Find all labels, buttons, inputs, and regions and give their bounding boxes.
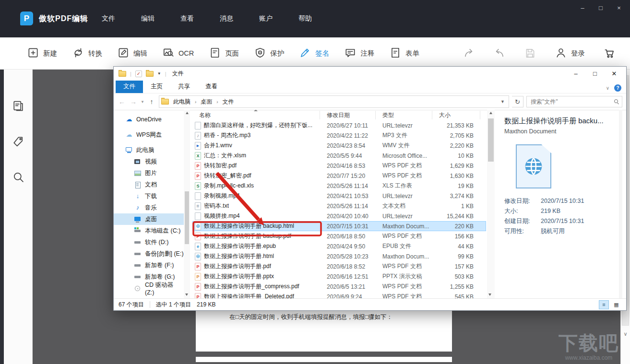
pages-button[interactable]: 页面 — [209, 47, 239, 60]
column-header-0[interactable]: 名称 — [192, 111, 320, 119]
forward-arrow-icon[interactable]: → — [129, 98, 138, 106]
form-button[interactable]: 表单 — [389, 47, 419, 60]
sidebar-item-this-pc[interactable]: 此电脑 — [114, 144, 184, 156]
up-arrow-icon[interactable]: ↑ — [147, 98, 156, 106]
sidebar-item-cd-drive[interactable]: CD 驱动器 (Z:) — [114, 282, 184, 294]
maximize-icon[interactable]: □ — [592, 70, 598, 77]
column-header-3[interactable]: 大小 — [432, 111, 480, 119]
help-icon[interactable]: ? — [614, 84, 621, 92]
sidebar-item-music[interactable]: ♪音乐 — [114, 202, 184, 213]
chevron-down-icon[interactable]: ∨ — [621, 331, 630, 337]
edit-button[interactable]: 编辑 — [117, 47, 147, 60]
redo-arrow-icon[interactable] — [463, 47, 475, 59]
scroll-down-icon[interactable] — [185, 294, 188, 296]
scroll-up-icon[interactable] — [186, 112, 189, 114]
menu-edit[interactable]: 编辑 — [141, 14, 155, 23]
file-row[interactable]: ▶ 合并1.wmv 2020/4/23 8:54 WMV 文件 2,220 KB — [192, 141, 486, 151]
scroll-down-icon[interactable] — [488, 294, 491, 296]
sidebar-item-videos[interactable]: 视频 — [114, 156, 184, 167]
login-button[interactable]: 登录 — [555, 47, 585, 60]
file-row[interactable]: P 快转加密_解密.pdf 2020/7/7 15:20 WPS PDF 文档 … — [192, 171, 486, 181]
ribbon-tab-home[interactable]: 主页 — [143, 81, 170, 93]
file-row[interactable]: ♪ 稻香 - 周杰伦.mp3 2020/4/22 11:22 MP3 文件 2,… — [192, 130, 486, 141]
file-row[interactable]: P 数据上报操作说明手册.pdf 2020/6/18 8:52 WPS PDF … — [192, 261, 486, 271]
file-row[interactable]: 视频拼接.mp4 2020/4/20 10:40 URL:televzr 15,… — [192, 211, 486, 221]
sidebar-item-drive-e[interactable]: 备份[勿删] (E:) — [114, 248, 184, 259]
preview-detail-row: 创建日期: 2020/7/15 10:31 — [504, 216, 620, 226]
file-row[interactable]: S 录制.mp4-llc-edl.xls 2020/5/26 11:14 XLS… — [192, 181, 486, 191]
breadcrumb-item[interactable]: 文件 — [219, 98, 238, 106]
ocr-button[interactable]: OCR — [162, 47, 194, 60]
menu-view[interactable]: 查看 — [180, 14, 194, 23]
undo-arrow-icon[interactable] — [493, 47, 506, 59]
maximize-icon[interactable]: □ — [597, 5, 604, 11]
column-header-1[interactable]: 修改日期 — [320, 111, 376, 119]
quick-access-caret-icon[interactable]: ▼ — [157, 71, 161, 76]
list-scrollbar[interactable] — [487, 110, 495, 299]
comment-button[interactable]: 注释 — [344, 47, 374, 60]
file-row[interactable]: 录制视频.mp4 2020/4/21 10:53 URL:televzr 3,2… — [192, 191, 486, 201]
new-button[interactable]: 新建 — [27, 47, 57, 60]
sidebar-item-drive-c[interactable]: 本地磁盘 (C:) — [114, 225, 184, 236]
menu-help[interactable]: 帮助 — [298, 14, 312, 23]
sidebar-item-drive-d[interactable]: 软件 (D:) — [114, 236, 184, 248]
sign-button[interactable]: 签名 — [299, 47, 329, 60]
thumbnails-view-icon[interactable]: ▦ — [611, 300, 621, 309]
scroll-up-icon[interactable] — [489, 112, 492, 114]
page-thumbnails-icon[interactable] — [12, 99, 25, 113]
sidebar-item-onedrive[interactable]: ☁OneDrive — [114, 114, 184, 125]
save-icon[interactable] — [524, 47, 536, 59]
ribbon-tab-view[interactable]: 查看 — [198, 81, 225, 93]
menu-account[interactable]: 账户 — [259, 14, 273, 23]
file-row[interactable]: e 数据上报操作说明手册.epub 2020/4/24 9:50 EPUB 文件… — [192, 241, 486, 251]
ribbon-collapse-icon[interactable]: ∨ — [606, 85, 609, 91]
file-row[interactable]: X 汇总：文件.xlsm 2020/5/5 9:44 Microsoft Off… — [192, 151, 486, 161]
refresh-icon[interactable]: ↻ — [512, 96, 523, 107]
explorer-titlebar[interactable]: | ✓ ▼ | 文件 – □ ✕ — [114, 67, 626, 81]
file-row[interactable]: P 数据上报操作说明手册.pptx 2020/6/16 12:51 PPTX 演… — [192, 271, 486, 282]
search-icon[interactable] — [12, 170, 25, 184]
nav-scrollbar[interactable] — [184, 110, 190, 299]
minimize-icon[interactable]: – — [572, 70, 579, 77]
file-row[interactable]: ≡ 密码本.txt 2020/5/26 11:14 文本文档 1 KB — [192, 201, 486, 211]
preview-scrollbar[interactable] — [619, 110, 622, 299]
ribbon-tab-file[interactable]: 文件 — [116, 81, 143, 93]
sidebar-item-documents[interactable]: 文档 — [114, 179, 184, 190]
protect-button[interactable]: 保护 — [254, 47, 284, 60]
column-header-2[interactable]: 类型 — [376, 111, 432, 119]
menu-file[interactable]: 文件 — [102, 14, 115, 23]
sidebar-item-wps-cloud[interactable]: ☁WPS网盘 — [114, 129, 184, 141]
convert-button[interactable]: 转换 — [72, 47, 102, 60]
file-list-header: 名称修改日期类型大小 — [192, 110, 486, 120]
breadcrumb-item[interactable]: 桌面 — [197, 98, 215, 106]
bookmarks-tag-icon[interactable] — [12, 135, 25, 148]
file-row[interactable]: ⊕ 数据上报操作说明手册.html 2020/5/28 10:23 Maxtho… — [192, 251, 486, 261]
sidebar-item-pictures[interactable]: 图片 — [114, 167, 184, 179]
new-folder-icon[interactable] — [146, 71, 154, 77]
back-arrow-icon[interactable]: ← — [118, 98, 126, 106]
properties-check-icon[interactable]: ✓ — [135, 70, 142, 77]
history-caret-icon[interactable]: ▼ — [141, 100, 144, 104]
file-row[interactable]: P 数据上报操作说明手册_Deleted.pdf 2020/6/9 9:24 W… — [192, 292, 486, 299]
file-row[interactable]: P 数据上报操作说明手册_compress.pdf 2020/6/5 13:21… — [192, 282, 486, 292]
cart-icon[interactable] — [603, 47, 616, 59]
breadcrumb-item[interactable]: 此电脑 — [170, 98, 194, 106]
file-row[interactable]: ⊕ 数据上报操作说明手册 backup.html 2020/7/15 10:31… — [192, 221, 486, 231]
file-row[interactable]: P 快转加密.pdf 2020/4/16 8:53 WPS PDF 文档 1,6… — [192, 161, 486, 171]
minimize-icon[interactable]: – — [579, 5, 586, 11]
close-icon[interactable]: × — [616, 5, 622, 11]
file-row[interactable]: 醋溜白菜这样做，好吃到爆，还特别下饭... 2020/6/27 10:11 UR… — [192, 120, 486, 130]
file-row[interactable]: P 数据上报操作说明手册 backup.pdf 2020/6/18 8:50 W… — [192, 231, 486, 241]
sidebar-item-desktop[interactable]: 桌面 — [114, 213, 184, 225]
sidebar-item-downloads[interactable]: ↓下载 — [114, 190, 184, 202]
scrollbar-thumb[interactable] — [488, 118, 494, 162]
sidebar-item-drive-f[interactable]: 新加卷 (F:) — [114, 259, 184, 271]
scrollbar-thumb[interactable] — [185, 191, 189, 244]
close-icon[interactable]: ✕ — [611, 70, 618, 77]
details-view-icon[interactable]: ≡ — [599, 300, 609, 309]
ribbon-tab-share[interactable]: 共享 — [170, 81, 198, 93]
search-input[interactable] — [530, 98, 611, 106]
menu-message[interactable]: 消息 — [220, 14, 233, 23]
address-input[interactable]: 此电脑›桌面›文件 ▼ — [159, 95, 509, 108]
address-caret-icon[interactable]: ▼ — [500, 99, 507, 104]
